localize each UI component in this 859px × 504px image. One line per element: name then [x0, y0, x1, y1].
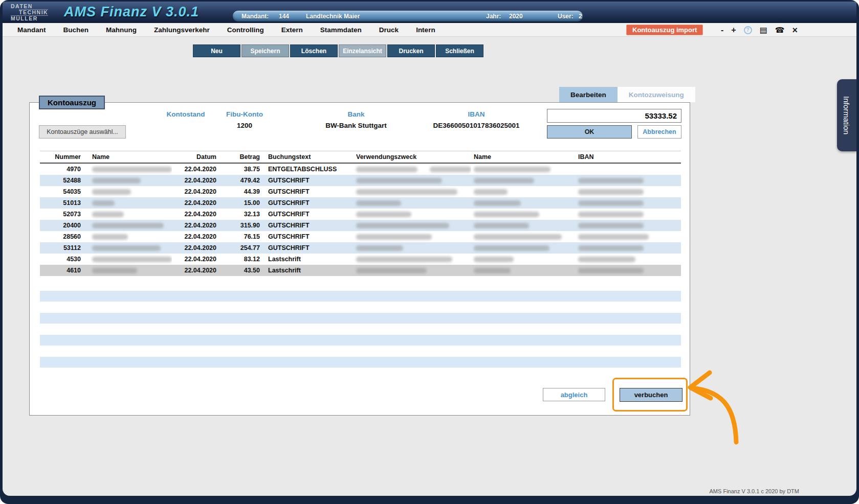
- table-row[interactable]: 2040022.04.2020315.90GUTSCHRIFT: [40, 220, 681, 231]
- cell-nummer: 53112: [40, 242, 85, 254]
- cell-betrag: 315.90: [221, 220, 264, 231]
- toolbar-button-neu[interactable]: Neu: [193, 44, 240, 57]
- column-header-name: Name: [85, 151, 172, 163]
- toolbar: NeuSpeichernLöschenEinzelansichtDruckenS…: [193, 44, 483, 57]
- menu-item-mahnung[interactable]: Mahnung: [97, 26, 145, 34]
- cell-buchungstext: GUTSCHRIFT: [264, 197, 354, 209]
- toolbar-button-speichern[interactable]: Speichern: [241, 44, 289, 57]
- abgleich-button[interactable]: abgleich: [543, 388, 605, 401]
- menu-item-buchen[interactable]: Buchen: [55, 26, 98, 34]
- client-name: Landtechnik Maier: [306, 13, 360, 20]
- logo-line: MÜLLER: [11, 15, 48, 21]
- tab-bearbeiten[interactable]: Bearbeiten: [559, 87, 618, 102]
- kontostand-input[interactable]: [547, 109, 681, 123]
- column-header-name2: Name: [471, 151, 576, 163]
- table-row[interactable]: 5101322.04.202015.00GUTSCHRIFT: [40, 197, 681, 209]
- maximize-icon[interactable]: +: [731, 26, 736, 34]
- menu-item-stammdaten[interactable]: Stammdaten: [312, 26, 370, 34]
- redacted-text: [356, 189, 457, 195]
- cell-name2: [471, 186, 576, 197]
- information-tab[interactable]: Information: [837, 79, 856, 151]
- redacted-text: [474, 257, 514, 262]
- cell-name: [85, 254, 172, 265]
- menu-item-controlling[interactable]: Controlling: [218, 26, 273, 34]
- redacted-text: [92, 167, 172, 172]
- iban-label: IBAN: [468, 110, 485, 118]
- jahr-label: Jahr:: [486, 13, 501, 20]
- panel-legend: Kontoauszug: [39, 96, 105, 109]
- table-row[interactable]: 5311222.04.2020254.77GUTSCHRIFT: [40, 242, 681, 254]
- column-header-iban: IBAN: [576, 151, 681, 163]
- column-header-nummer: Nummer: [40, 151, 85, 163]
- select-statements-button[interactable]: Kontoauszüge auswähl...: [39, 125, 126, 139]
- iban-value: DE36600501017836025001: [433, 122, 520, 129]
- cell-iban: [576, 186, 681, 197]
- table-body: 497022.04.202038.75ENTGELTABSCHLUSS52488…: [40, 164, 681, 276]
- minimize-icon[interactable]: -: [721, 26, 723, 34]
- table-row[interactable]: 2856022.04.202076.15GUTSCHRIFT: [40, 231, 681, 242]
- cell-name2: [471, 164, 576, 175]
- kontoauszug-import-badge[interactable]: Kontoauszug import: [626, 25, 703, 35]
- table-row[interactable]: 497022.04.202038.75ENTGELTABSCHLUSS: [40, 164, 681, 175]
- table-row[interactable]: 5403522.04.202044.39GUTSCHRIFT: [40, 186, 681, 197]
- redacted-text: [578, 234, 649, 240]
- table-row[interactable]: 461022.04.202043.50Lastschrift: [40, 265, 681, 276]
- arrow-annotation: [679, 364, 756, 449]
- user-label: User:: [558, 13, 574, 20]
- cell-iban: [576, 242, 681, 254]
- menu-item-intern[interactable]: Intern: [407, 26, 444, 34]
- redacted-text: [92, 212, 124, 217]
- toolbar-button-löschen[interactable]: Löschen: [290, 44, 338, 57]
- column-header-betrag: Betrag: [221, 151, 264, 163]
- cell-name2: [471, 265, 576, 276]
- cell-iban: [576, 254, 681, 265]
- cell-name2: [471, 209, 576, 220]
- table-row[interactable]: 453022.04.202083.12Lastschrift: [40, 254, 681, 265]
- cell-datum: 22.04.2020: [172, 254, 221, 265]
- cell-vz: [354, 265, 471, 276]
- cell-buchungstext: GUTSCHRIFT: [264, 242, 354, 254]
- phone-icon[interactable]: ☎: [775, 26, 785, 35]
- table-row[interactable]: 5248822.04.2020479.42GUTSCHRIFT: [40, 175, 681, 186]
- ok-button[interactable]: OK: [547, 125, 632, 139]
- fibu-konto-value: 1200: [237, 122, 252, 129]
- redacted-text: [578, 268, 644, 273]
- redacted-text: [356, 200, 401, 206]
- app-title: AMS Finanz V 3.0.1: [64, 4, 199, 20]
- help-icon[interactable]: ?: [744, 26, 752, 34]
- menu-item-zahlungsverkehr[interactable]: Zahlungsverkehr: [145, 26, 218, 34]
- bank-label: Bank: [347, 110, 364, 118]
- cell-name: [85, 164, 172, 175]
- cell-buchungstext: Lastschrift: [264, 254, 354, 265]
- toolbar-button-schließen[interactable]: Schließen: [436, 44, 483, 57]
- cell-vz: [354, 175, 471, 186]
- redacted-text: [578, 212, 644, 217]
- toolbar-button-einzelansicht[interactable]: Einzelansicht: [339, 44, 386, 57]
- cell-nummer: 4970: [40, 164, 85, 175]
- menu-item-extern[interactable]: Extern: [273, 26, 312, 34]
- cell-iban: [576, 231, 681, 242]
- toolbar-button-drucken[interactable]: Drucken: [387, 44, 435, 57]
- book-icon[interactable]: ▤: [760, 25, 767, 35]
- menu-item-mandant[interactable]: Mandant: [9, 26, 55, 34]
- cell-datum: 22.04.2020: [172, 164, 221, 175]
- cell-nummer: 54035: [40, 186, 85, 197]
- cell-betrag: 254.77: [221, 242, 264, 254]
- table-row[interactable]: 5207322.04.202032.13GUTSCHRIFT: [40, 209, 681, 220]
- jahr-value: 2020: [509, 13, 523, 20]
- tab-kontozuweisung[interactable]: Kontozuweisung: [618, 87, 695, 102]
- redacted-text: [356, 178, 442, 184]
- redacted-text: [356, 167, 417, 172]
- information-tab-label: Information: [843, 96, 851, 134]
- cell-datum: 22.04.2020: [172, 242, 221, 254]
- close-icon[interactable]: ×: [792, 26, 798, 35]
- redacted-text: [356, 257, 452, 262]
- cancel-button[interactable]: Abbrechen: [637, 125, 681, 139]
- verbuchen-button[interactable]: verbuchen: [620, 388, 682, 402]
- empty-bands: [40, 291, 681, 379]
- cell-name2: [471, 242, 576, 254]
- menu-item-druck[interactable]: Druck: [370, 26, 407, 34]
- cell-datum: 22.04.2020: [172, 220, 221, 231]
- redacted-text: [474, 268, 511, 273]
- kontoauszug-panel: Kontoauszug Kontostand Fibu-Konto 1200 B…: [29, 102, 690, 416]
